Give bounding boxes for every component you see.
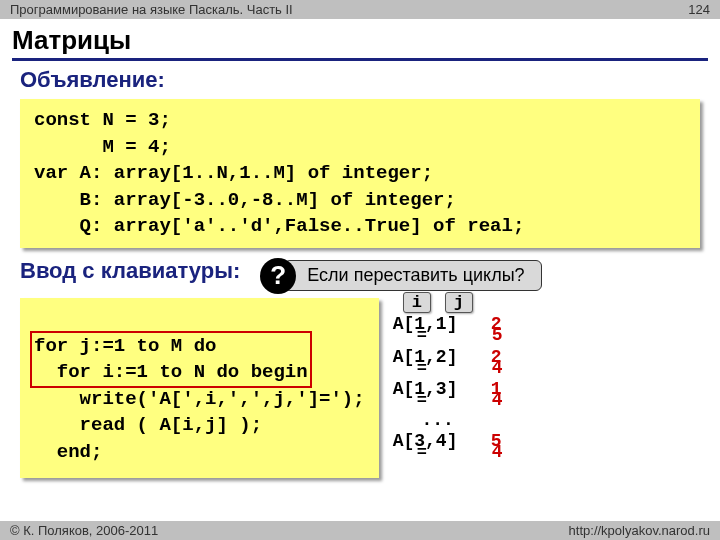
footer-url: http://kpolyakov.narod.ru [569, 523, 710, 538]
section-declaration: Объявление: [0, 67, 720, 99]
output-dots: ... [393, 410, 704, 431]
code-line-5: end; [34, 441, 102, 463]
output-column: i j A[1,1] 2 5 = A[1,2] 2 4 = A[1,3] 1 4… [393, 298, 704, 451]
code-line-4: read ( A[i,j] ); [34, 414, 262, 436]
chip-j: j [445, 292, 473, 313]
copyright: © К. Поляков, 2006-2011 [10, 523, 158, 538]
loop-highlight: for j:=1 to M do for i:=1 to N do begin [30, 331, 312, 388]
footer-bar: © К. Поляков, 2006-2011 http://kpolyakov… [0, 521, 720, 540]
code-line-3: write('A[',i,',',j,']='); [34, 388, 365, 410]
code-input: for j:=1 to M do for i:=1 to N do begin … [20, 298, 379, 478]
header-bar: Программирование на языке Паскаль. Часть… [0, 0, 720, 19]
question-icon: ? [260, 258, 296, 294]
title-underline [12, 58, 708, 61]
code-declaration: const N = 3; M = 4; var A: array[1..N,1.… [20, 99, 700, 248]
output-row-2a: A[1,2] 2 4 = [393, 347, 704, 368]
output-row-3a: A[1,3] 1 4 = [393, 379, 704, 400]
chip-i: i [403, 292, 431, 313]
callout-text: Если переставить циклы? [284, 260, 541, 291]
breadcrumb: Программирование на языке Паскаль. Часть… [10, 2, 293, 17]
output-row-1a: A[1,1] 2 5 = [393, 314, 704, 335]
callout: ? Если переставить циклы? [260, 258, 541, 294]
code-line-1: for j:=1 to M do [34, 335, 216, 357]
page-number: 124 [688, 2, 710, 17]
code-line-2: for i:=1 to N do begin [34, 361, 308, 383]
section-input: Ввод с клавиатуры: [20, 258, 240, 284]
page-title: Матрицы [0, 19, 720, 58]
output-row-4a: A[3,4] 5 4 = [393, 431, 704, 452]
